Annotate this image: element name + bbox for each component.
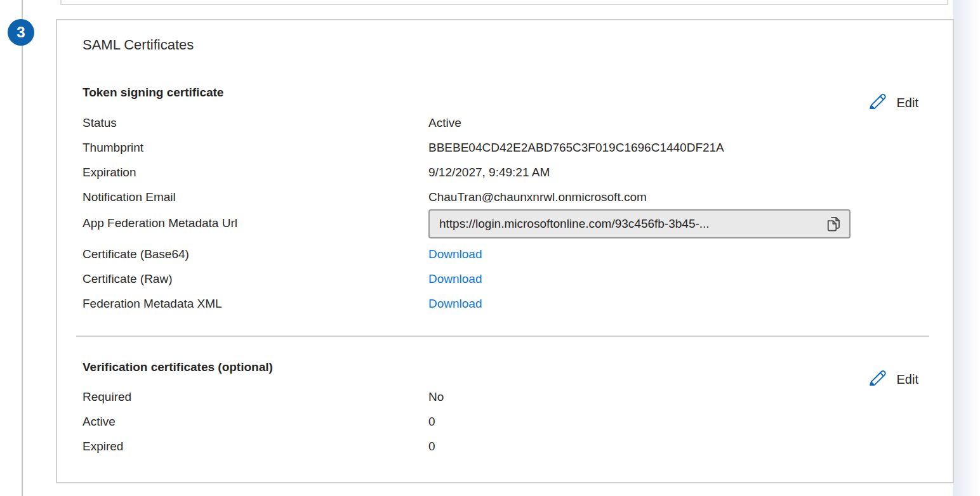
- field-value: 9/12/2027, 9:49:21 AM: [428, 166, 550, 179]
- notification-email-row: Notification Email ChauTran@chaunxnrwl.o…: [83, 190, 647, 209]
- previous-step-card-edge: [60, 0, 948, 5]
- step-connector-line: [22, 0, 23, 496]
- field-value: 0: [428, 440, 435, 454]
- app-federation-metadata-url-row: App Federation Metadata Url: [83, 216, 428, 235]
- field-label: Expired: [83, 440, 428, 454]
- download-link[interactable]: Download: [428, 297, 482, 310]
- url-field-value: https://login.microsoftonline.com/93c456…: [439, 217, 824, 231]
- token-signing-edit-button[interactable]: Edit: [868, 91, 918, 114]
- download-link[interactable]: Download: [428, 247, 482, 261]
- field-label: Thumbprint: [83, 141, 428, 155]
- expired-row: Expired 0: [83, 440, 435, 459]
- step-number-badge: 3: [8, 19, 34, 46]
- field-label: Certificate (Raw): [83, 272, 428, 286]
- token-signing-heading: Token signing certificate: [83, 86, 223, 100]
- federation-metadata-xml-row: Federation Metadata XML Download: [83, 297, 482, 316]
- pencil-icon: [868, 92, 887, 114]
- field-label: Certificate (Base64): [83, 247, 428, 261]
- field-value: No: [428, 390, 444, 404]
- section-divider: [76, 336, 929, 337]
- field-label: Active: [83, 415, 428, 429]
- saml-certificates-card: SAML Certificates Token signing certific…: [56, 19, 954, 483]
- required-row: Required No: [83, 390, 444, 409]
- edit-button-label: Edit: [897, 96, 918, 110]
- app-federation-metadata-url-field[interactable]: https://login.microsoftonline.com/93c456…: [428, 209, 851, 238]
- thumbprint-row: Thumbprint BBEBE04CD42E2ABD765C3F019C169…: [83, 141, 724, 160]
- card-title: SAML Certificates: [83, 37, 194, 53]
- status-row: Status Active: [83, 116, 461, 135]
- expiration-row: Expiration 9/12/2027, 9:49:21 AM: [83, 166, 550, 185]
- field-label: Expiration: [83, 166, 428, 179]
- active-row: Active 0: [83, 415, 435, 434]
- download-link[interactable]: Download: [428, 272, 482, 285]
- edit-button-label: Edit: [897, 372, 918, 387]
- certificate-base64-row: Certificate (Base64) Download: [83, 247, 482, 266]
- field-label: Federation Metadata XML: [83, 297, 428, 311]
- certificate-raw-row: Certificate (Raw) Download: [83, 272, 482, 291]
- field-value: 0: [428, 415, 435, 429]
- page-right-shade: [953, 0, 980, 496]
- field-label: Required: [83, 390, 428, 404]
- verification-certificates-heading: Verification certificates (optional): [83, 360, 273, 374]
- field-label: Notification Email: [83, 190, 428, 204]
- field-label: Status: [83, 116, 428, 130]
- verification-edit-button[interactable]: Edit: [868, 368, 918, 391]
- field-label: App Federation Metadata Url: [83, 216, 428, 230]
- copy-icon[interactable]: [824, 214, 843, 233]
- field-value: Active: [428, 116, 461, 130]
- step-number: 3: [17, 23, 25, 41]
- field-value: ChauTran@chaunxnrwl.onmicrosoft.com: [428, 190, 647, 204]
- pencil-icon: [868, 369, 887, 390]
- field-value: BBEBE04CD42E2ABD765C3F019C1696C1440DF21A: [428, 141, 724, 155]
